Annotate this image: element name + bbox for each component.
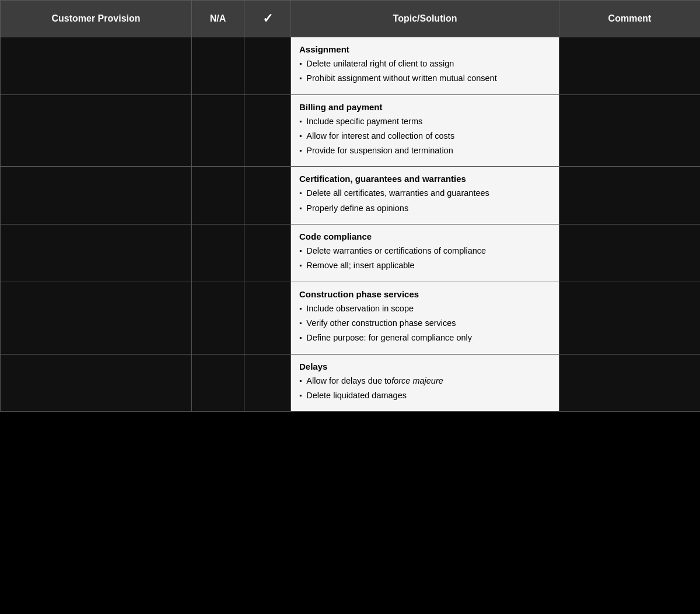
customer-provision-cell xyxy=(1,354,192,412)
topic-cell: DelaysAllow for delays due to force maje… xyxy=(291,354,559,412)
topic-list-item: Remove all; insert applicable xyxy=(299,259,551,271)
topic-title: Assignment xyxy=(299,44,551,54)
topic-title: Code compliance xyxy=(299,231,551,241)
topic-list-item: Properly define as opinions xyxy=(299,202,551,214)
table-row: AssignmentDelete unilateral right of cli… xyxy=(1,37,701,95)
customer-provision-cell xyxy=(1,224,192,282)
check-cell xyxy=(244,37,291,95)
na-cell xyxy=(192,354,244,412)
italic-text: force majeure xyxy=(391,375,443,387)
topic-title: Construction phase services xyxy=(299,289,551,299)
customer-provision-cell xyxy=(1,37,192,95)
check-cell xyxy=(244,354,291,412)
table-row: Code complianceDelete warranties or cert… xyxy=(1,224,701,282)
comment-cell xyxy=(559,37,701,95)
customer-provision-cell xyxy=(1,282,192,354)
customer-provision-cell xyxy=(1,167,192,224)
topic-cell: Code complianceDelete warranties or cert… xyxy=(291,224,559,282)
topic-list-item: Prohibit assignment without written mutu… xyxy=(299,72,551,84)
check-cell xyxy=(244,282,291,354)
check-cell xyxy=(244,167,291,224)
table-row: Construction phase servicesInclude obser… xyxy=(1,282,701,354)
na-cell xyxy=(192,224,244,282)
topic-title: Certification, guarantees and warranties xyxy=(299,174,551,184)
table-row: Certification, guarantees and warranties… xyxy=(1,167,701,224)
na-cell xyxy=(192,37,244,95)
topic-list-item: Include specific payment terms xyxy=(299,115,551,127)
table-header-row: Customer Provision N/A ✓ Topic/Solution … xyxy=(1,1,701,37)
header-na: N/A xyxy=(192,1,244,37)
topic-list-item: Allow for interest and collection of cos… xyxy=(299,130,551,142)
topic-list-item: Define purpose: for general compliance o… xyxy=(299,332,551,343)
main-table-container: Customer Provision N/A ✓ Topic/Solution … xyxy=(0,0,700,412)
comment-cell xyxy=(559,167,701,224)
comment-cell xyxy=(559,354,701,412)
topic-cell: Billing and paymentInclude specific paym… xyxy=(291,94,559,167)
table-row: DelaysAllow for delays due to force maje… xyxy=(1,354,701,412)
topic-list-item: Delete all certificates, warranties and … xyxy=(299,187,551,199)
topic-list-item: Delete warranties or certifications of c… xyxy=(299,245,551,257)
topic-title: Delays xyxy=(299,362,551,371)
na-cell xyxy=(192,282,244,354)
topic-list-item: Allow for delays due to force majeure xyxy=(299,375,551,387)
check-cell xyxy=(244,224,291,282)
na-cell xyxy=(192,167,244,224)
customer-provision-cell xyxy=(1,94,192,167)
topic-list-item: Delete liquidated damages xyxy=(299,390,551,401)
topic-list-item: Delete unilateral right of client to ass… xyxy=(299,58,551,69)
topic-list-item: Include observation in scope xyxy=(299,303,551,314)
header-topic-solution: Topic/Solution xyxy=(291,1,559,37)
na-cell xyxy=(192,94,244,167)
provision-table: Customer Provision N/A ✓ Topic/Solution … xyxy=(0,0,700,412)
table-row: Billing and paymentInclude specific paym… xyxy=(1,94,701,167)
topic-cell: Certification, guarantees and warranties… xyxy=(291,167,559,224)
header-comment: Comment xyxy=(559,1,701,37)
check-cell xyxy=(244,94,291,167)
comment-cell xyxy=(559,224,701,282)
comment-cell xyxy=(559,282,701,354)
topic-cell: Construction phase servicesInclude obser… xyxy=(291,282,559,354)
topic-cell: AssignmentDelete unilateral right of cli… xyxy=(291,37,559,95)
topic-list-item: Provide for suspension and termination xyxy=(299,145,551,156)
topic-title: Billing and payment xyxy=(299,102,551,112)
header-check: ✓ xyxy=(244,1,291,37)
header-customer-provision: Customer Provision xyxy=(1,1,192,37)
topic-list-item: Verify other construction phase services xyxy=(299,317,551,329)
comment-cell xyxy=(559,94,701,167)
